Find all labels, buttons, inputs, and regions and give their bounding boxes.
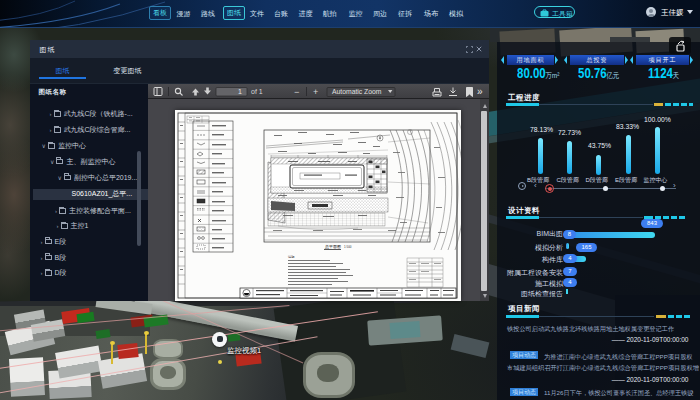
- svg-text:»: »: [477, 86, 483, 97]
- svg-text:of 1: of 1: [251, 88, 263, 95]
- svg-text:−: −: [294, 87, 299, 97]
- svg-text:说明: 说明: [288, 255, 294, 259]
- svg-text:Automatic Zoom: Automatic Zoom: [332, 88, 382, 95]
- svg-text:1:500: 1:500: [344, 245, 352, 249]
- svg-text:总平面图: 总平面图: [324, 244, 341, 249]
- svg-text:+: +: [313, 87, 318, 97]
- svg-text:1: 1: [238, 88, 242, 95]
